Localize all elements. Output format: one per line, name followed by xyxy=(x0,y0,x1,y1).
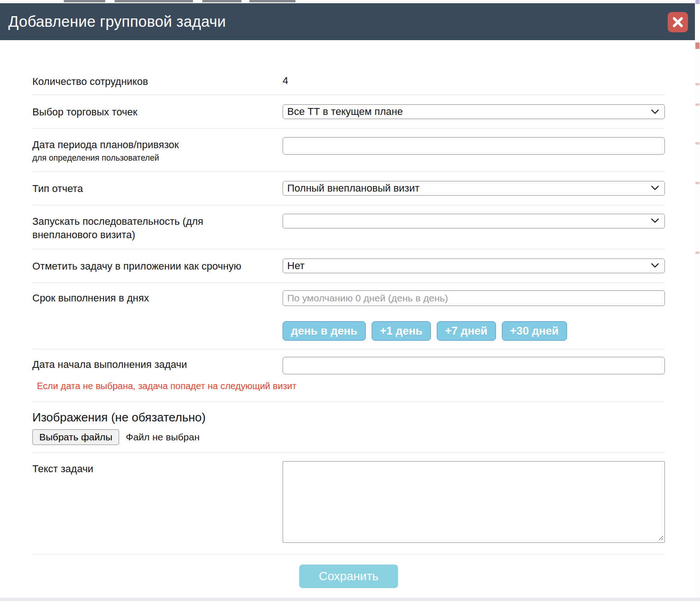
close-button[interactable] xyxy=(668,12,688,32)
modal-body: Количество сотрудников 4 Выбор торговых … xyxy=(0,40,695,588)
background-fragment xyxy=(695,142,700,144)
close-icon xyxy=(672,17,683,28)
background-text-fragment xyxy=(115,0,193,2)
row-task-text: Текст задачи xyxy=(32,453,665,554)
row-plan-period-date: Дата периода планов/привязок для определ… xyxy=(32,129,665,172)
row-employee-count: Количество сотрудников 4 xyxy=(32,66,665,95)
chevron-down-icon xyxy=(651,218,659,223)
images-heading: Изображения (не обязательно) xyxy=(32,410,665,425)
chevron-down-icon xyxy=(651,263,659,268)
file-status-text: Файл не выбран xyxy=(126,432,199,443)
employee-count-label: Количество сотрудников xyxy=(32,74,283,88)
row-mark-urgent: Отметить задачу в приложении как срочную… xyxy=(32,249,665,283)
quick-button-same-day[interactable]: день в день xyxy=(283,321,366,341)
run-sequence-select[interactable] xyxy=(283,214,665,228)
run-sequence-label: Запускать последовательность (для внепла… xyxy=(32,214,283,241)
task-text-label: Текст задачи xyxy=(32,461,283,543)
background-fragment xyxy=(695,103,700,106)
plan-period-date-sublabel: для определения пользователей xyxy=(32,153,269,164)
save-button[interactable]: Сохранить xyxy=(299,565,398,588)
modal-bottom-edge xyxy=(0,598,700,601)
chevron-down-icon xyxy=(651,109,659,114)
background-page-right-sliver xyxy=(695,0,700,601)
mark-urgent-value: Нет xyxy=(287,260,304,272)
background-fragment xyxy=(695,252,700,254)
row-start-date: Дата начала выполнения задачи Если дата … xyxy=(32,349,665,402)
outlet-selection-select[interactable]: Все ТТ в текущем плане xyxy=(283,104,665,119)
background-page-top-sliver xyxy=(0,0,695,3)
add-group-task-modal: Добавление групповой задачи Количество с… xyxy=(0,3,695,588)
due-days-input[interactable] xyxy=(283,290,665,306)
outlet-selection-value: Все ТТ в текущем плане xyxy=(287,106,403,118)
background-text-fragment xyxy=(64,0,105,2)
task-text-input[interactable] xyxy=(283,461,665,543)
row-run-sequence: Запускать последовательность (для внепла… xyxy=(32,205,665,249)
row-due-days: Срок выполнения в днях день в день +1 де… xyxy=(32,283,665,349)
background-fragment xyxy=(695,42,700,49)
report-type-label: Тип отчета xyxy=(32,181,283,196)
choose-files-button[interactable]: Выбрать файлы xyxy=(32,429,119,445)
start-date-label: Дата начала выполнения задачи xyxy=(32,357,283,374)
report-type-select[interactable]: Полный внеплановый визит xyxy=(283,181,665,196)
plan-period-date-input[interactable] xyxy=(283,137,665,155)
images-section: Изображения (не обязательно) Выбрать фай… xyxy=(32,402,665,453)
row-outlet-selection: Выбор торговых точек Все ТТ в текущем пл… xyxy=(32,95,665,129)
quick-button-plus-7-days[interactable]: +7 дней xyxy=(437,321,496,341)
modal-title: Добавление групповой задачи xyxy=(8,13,226,30)
chevron-down-icon xyxy=(651,186,659,191)
employee-count-value: 4 xyxy=(283,74,665,88)
background-text-fragment xyxy=(202,0,241,2)
modal-header: Добавление групповой задачи xyxy=(0,3,695,40)
row-report-type: Тип отчета Полный внеплановый визит xyxy=(32,172,665,205)
background-fragment xyxy=(695,0,700,4)
background-text-fragment xyxy=(249,0,296,2)
start-date-hint: Если дата не выбрана, задача попадет на … xyxy=(37,381,665,391)
start-date-input[interactable] xyxy=(283,357,665,374)
resize-handle-icon[interactable] xyxy=(658,535,664,541)
plan-period-date-label: Дата периода планов/привязок xyxy=(32,138,269,151)
due-days-label: Срок выполнения в днях xyxy=(32,290,283,341)
quick-button-plus-30-days[interactable]: +30 дней xyxy=(502,321,567,341)
mark-urgent-label: Отметить задачу в приложении как срочную xyxy=(32,258,283,273)
quick-button-plus-1-day[interactable]: +1 день xyxy=(372,321,431,341)
outlet-selection-label: Выбор торговых точек xyxy=(32,104,283,119)
save-row: Сохранить xyxy=(32,554,665,588)
background-fragment xyxy=(695,83,700,85)
report-type-value: Полный внеплановый визит xyxy=(287,182,420,194)
due-days-quick-buttons: день в день +1 день +7 дней +30 дней xyxy=(283,321,665,341)
background-fragment xyxy=(695,182,700,184)
mark-urgent-select[interactable]: Нет xyxy=(283,258,665,273)
